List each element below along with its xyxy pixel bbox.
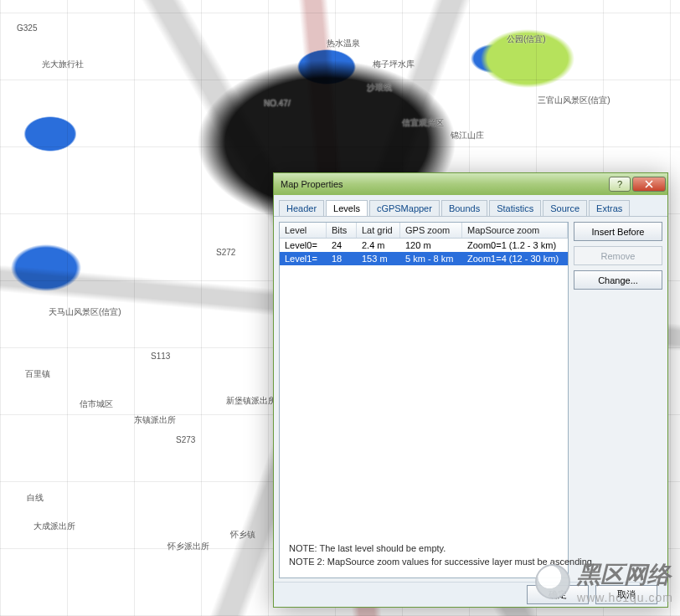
map-label: 梅子坪水库: [373, 59, 415, 70]
dialog-titlebar[interactable]: Map Properties ?: [274, 173, 667, 195]
map-label: S273: [176, 435, 195, 444]
map-label: 锦江山庄: [451, 130, 484, 141]
map-label: NO.47/: [264, 99, 291, 108]
help-button[interactable]: ?: [609, 177, 631, 192]
tab-statistics[interactable]: Statistics: [489, 200, 541, 216]
map-label: 天马山风景区(信宜): [49, 306, 121, 318]
change-button[interactable]: Change...: [574, 270, 662, 290]
tab-bar: Header Levels cGPSMapper Bounds Statisti…: [274, 195, 667, 217]
note-1: NOTE: The last level should be empty.: [289, 542, 652, 555]
map-label: 白线: [27, 492, 44, 504]
listview-header: Level Bits Lat grid GPS zoom MapSource z…: [280, 223, 568, 239]
map-label: 信市城区: [80, 398, 113, 410]
watermark-url: www.hc1qu.com: [577, 591, 673, 604]
map-label: 怀乡派出所: [167, 541, 209, 552]
map-label: S272: [216, 248, 235, 257]
col-bits[interactable]: Bits: [327, 223, 357, 238]
map-label: 东镇派出所: [134, 414, 176, 426]
tab-cgpsmapper[interactable]: cGPSMapper: [369, 200, 440, 216]
map-label: 沙琅线: [367, 82, 392, 94]
close-button[interactable]: [632, 177, 666, 192]
tab-extras[interactable]: Extras: [589, 200, 630, 216]
map-label: 光大旅行社: [42, 59, 84, 70]
watermark: 黑区网络 www.hc1qu.com: [535, 559, 673, 604]
watermark-logo-icon: [535, 564, 570, 599]
tab-bounds[interactable]: Bounds: [441, 200, 487, 216]
table-row[interactable]: Level1= 18 153 m 5 km - 8 km Zoom1=4 (12…: [280, 252, 568, 265]
col-latgrid[interactable]: Lat grid: [357, 223, 400, 238]
listview-rows: Level0= 24 2.4 m 120 m Zoom0=1 (1.2 - 3 …: [280, 239, 568, 578]
map-label: 三官山风景区(信宜): [538, 95, 610, 106]
tab-levels[interactable]: Levels: [326, 200, 368, 216]
map-label: S113: [151, 352, 170, 361]
col-gpszoom[interactable]: GPS zoom: [400, 223, 462, 238]
map-label: 公园(信宜): [507, 33, 546, 45]
insert-before-button[interactable]: Insert Before: [574, 222, 662, 241]
map-label: 信宜观光区: [402, 117, 444, 129]
col-mapsourcezoom[interactable]: MapSource zoom: [462, 223, 568, 238]
map-label: 百里镇: [25, 368, 50, 380]
tab-source[interactable]: Source: [543, 200, 587, 216]
map-label: 热水温泉: [327, 38, 360, 49]
map-label: 新堡镇派出所: [226, 395, 276, 407]
map-label: 怀乡镇: [230, 529, 255, 541]
tab-header[interactable]: Header: [279, 200, 324, 216]
table-row[interactable]: Level0= 24 2.4 m 120 m Zoom0=1 (1.2 - 3 …: [280, 239, 568, 252]
dialog-title: Map Properties: [281, 179, 607, 189]
levels-listview[interactable]: Level Bits Lat grid GPS zoom MapSource z…: [279, 222, 569, 578]
watermark-text: 黑区网络: [577, 559, 673, 591]
map-label: 大成派出所: [33, 521, 75, 532]
col-level[interactable]: Level: [280, 223, 327, 238]
map-properties-dialog: Map Properties ? Header Levels cGPSMappe…: [273, 172, 668, 608]
remove-button[interactable]: Remove: [574, 246, 662, 265]
close-icon: [645, 180, 653, 188]
side-buttons: Insert Before Remove Change...: [574, 222, 662, 578]
map-label: G325: [17, 23, 37, 33]
